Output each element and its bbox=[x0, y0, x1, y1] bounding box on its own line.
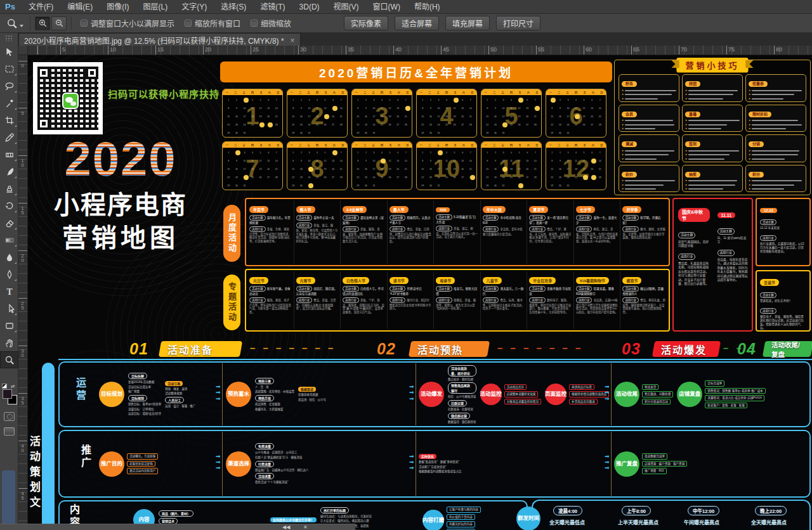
svg-text:T: T bbox=[6, 287, 12, 296]
mindmap-node: 页面监控 bbox=[545, 384, 566, 405]
send-time-note: 全天曝光最低点 bbox=[549, 519, 585, 526]
marquee-tool[interactable] bbox=[0, 60, 18, 77]
move-tool[interactable] bbox=[0, 43, 18, 60]
document-canvas[interactable]: 扫码可以获得小程序扶持 2020 小程序电商 营销地图 2020营销日历&全年营… bbox=[28, 55, 812, 530]
send-times-box: 凌晨4:00全天曝光最低点上午8:00上半天曝光最高点中午12:00午间曝光最高… bbox=[532, 500, 811, 530]
tip-card: 分销➤➤➤ bbox=[745, 134, 806, 162]
flow-arrows-icon: ⇒⇒⇒ bbox=[216, 454, 221, 472]
options-button[interactable]: 填充屏幕 bbox=[445, 16, 490, 30]
photosh​op-logo: Ps bbox=[0, 2, 22, 11]
crop-tool[interactable] bbox=[0, 112, 18, 129]
tip-card: 秒杀➤➤➤ bbox=[619, 74, 679, 102]
bullet-arrow-icon: ➤ bbox=[685, 153, 687, 156]
highlight-date-dot bbox=[502, 167, 508, 172]
magic-wand-tool[interactable] bbox=[0, 94, 18, 112]
menu-帮助[interactable]: 帮助(H) bbox=[407, 0, 447, 14]
tip-label: 限时折扣 bbox=[749, 112, 771, 117]
screen-mode-button[interactable] bbox=[4, 427, 15, 436]
bullet-arrow-icon: ➤ bbox=[685, 132, 687, 132]
swap-colors-icon[interactable]: ⇄ bbox=[11, 384, 15, 389]
industry-tag: 适用行业 bbox=[760, 235, 776, 241]
tip-label: 拼团 bbox=[685, 81, 700, 87]
option-checkbox[interactable]: 细微缩放 bbox=[251, 18, 291, 29]
move-icon bbox=[4, 47, 15, 57]
bullet-arrow-icon: ➤ bbox=[622, 89, 624, 92]
zoom-tool-preset[interactable] bbox=[0, 18, 26, 29]
event-industry: 全品类、电商年度狂欢节，通过多类玩法的预热蓄水及爆发，同时为年末大促蓄力，预热期… bbox=[717, 258, 749, 283]
mindmap-cell-promo3: 实时优化数据“渠道优化” · 数据“素材优化”活动期“广告投放优化”根据数据及时… bbox=[419, 432, 609, 495]
menu-3D[interactable]: 3D(D) bbox=[292, 0, 327, 14]
shape-tool[interactable] bbox=[0, 317, 18, 334]
options-button[interactable]: 打印尺寸 bbox=[496, 16, 540, 30]
tips-title: 营销小技巧 bbox=[676, 58, 748, 72]
blur-tool[interactable] bbox=[0, 249, 18, 266]
event-card: 情人节活动主题 爱你不止这一天适用行业 美妆、珠宝、服饰、家居、鲜花等，可设置情… bbox=[294, 200, 341, 264]
calendar-month-6: 一二三四五六日612345678910111213141516171819202… bbox=[546, 89, 606, 138]
gradient-tool[interactable] bbox=[0, 231, 18, 249]
mindmap-node: 目标规划 bbox=[99, 382, 124, 407]
default-colors-icon[interactable] bbox=[2, 384, 7, 389]
send-time: 中午12:00 bbox=[688, 506, 719, 515]
tip-label: 直播 bbox=[685, 112, 700, 117]
event-card: 520活动主题 5.20我最美“告”白大作战适用行业 美妆、珠宝、鲜花、定制礼品… bbox=[434, 200, 481, 264]
clone-stamp-tool[interactable] bbox=[0, 180, 18, 197]
phase-number: 01 bbox=[129, 340, 148, 358]
options-button[interactable]: 适合屏幕 bbox=[395, 16, 439, 30]
type-tool[interactable]: T bbox=[0, 283, 18, 300]
pen-tool[interactable] bbox=[0, 266, 18, 283]
eraser-tool[interactable] bbox=[0, 214, 18, 231]
patch-tool[interactable] bbox=[0, 146, 18, 163]
event-title: 国庆&中秋节 bbox=[678, 208, 710, 222]
mindmap-pill: 微信群运营 bbox=[448, 413, 470, 419]
zoom-out-button[interactable] bbox=[51, 16, 67, 30]
phase-header-band: 01活动准备02活动预热03活动爆发04活动收尾/复盘– – – – – – –… bbox=[28, 340, 812, 359]
menu-图层[interactable]: 图层(L) bbox=[136, 0, 175, 14]
send-time-note: 上半天曝光最高点 bbox=[618, 519, 658, 526]
rewind-icon[interactable]: ◀◀ bbox=[282, 524, 290, 530]
mindmap-cell-ops4: 活动收尾物流发货售后跟进、问题处理积分兑现返场活动店铺复盘目标完成率销售情况：销… bbox=[614, 364, 808, 425]
quick-mask-button[interactable] bbox=[4, 412, 15, 421]
document-tab[interactable]: 2020小程序电商营销地图.jpg @ 12.5% (扫码可以获得小程序扶持, … bbox=[18, 33, 301, 46]
tab-close-icon[interactable]: × bbox=[291, 36, 295, 45]
menu-窗口[interactable]: 窗口(W) bbox=[366, 0, 407, 14]
zoom-in-button[interactable] bbox=[35, 16, 50, 30]
panel-grip[interactable] bbox=[5, 35, 13, 41]
flow-arrows-icon: ⇒⇒⇒ bbox=[216, 384, 221, 402]
foreground-color-swatch[interactable] bbox=[3, 389, 12, 399]
event-title: 毕业狂欢季 bbox=[529, 277, 556, 284]
menu-文字[interactable]: 文字(Y) bbox=[174, 0, 214, 14]
close-icon[interactable]: ✕ bbox=[303, 524, 308, 530]
flow-arrows-icon: ⇒⇒⇒ bbox=[409, 384, 414, 402]
lasso-tool[interactable] bbox=[0, 77, 18, 94]
event-title: 520 bbox=[436, 207, 450, 212]
eyedropper-tool[interactable] bbox=[0, 129, 18, 146]
mindmap-cell-promo4: 推广复盘渠道数据完成率店铺资源 · 媒介资源 · 客户资源推广预算 · ROI bbox=[614, 432, 808, 495]
monthly-activities-box: 年货节活动主题 迎年献大礼，年货换新潮适用行业 美妆、生鲜、家居百货等，结合年初… bbox=[245, 198, 670, 266]
path-select-tool[interactable] bbox=[0, 300, 18, 317]
zoom-tool[interactable] bbox=[0, 351, 18, 368]
bullet-arrow-icon: ➤ bbox=[622, 150, 624, 152]
crop-icon bbox=[4, 115, 15, 126]
hand-tool[interactable] bbox=[0, 334, 18, 351]
menu-图像[interactable]: 图像(I) bbox=[100, 0, 136, 14]
pen-icon bbox=[4, 269, 15, 280]
checkbox-icon bbox=[251, 20, 258, 27]
mindmap-cell-ops3: 活动爆发活动全面放量，提升转化整点秒杀 · 限时包邮预售商品尾款催付短信 · 公… bbox=[419, 364, 609, 425]
brush-tool[interactable] bbox=[0, 163, 18, 180]
option-checkbox[interactable]: 缩放所有窗口 bbox=[185, 18, 240, 29]
menu-编辑[interactable]: 编辑(E) bbox=[60, 0, 100, 14]
phase-flag: 活动预热 bbox=[409, 341, 490, 357]
option-checkbox[interactable]: 调整窗口大小以满屏显示 bbox=[81, 18, 174, 29]
history-brush-tool[interactable] bbox=[0, 197, 18, 214]
mindmap-pill: 如何提高公众号图文打开率！ bbox=[270, 517, 317, 522]
menu-视图[interactable]: 视图(V) bbox=[327, 0, 366, 14]
big-events-box: 国庆&中秋节 活动主题 欢度气爽迎国庆，花好月圆度中秋 适用行业 食品类、礼盒装… bbox=[672, 198, 753, 332]
tip-card: 满减➤➤➤ bbox=[619, 134, 679, 162]
mindmap-pill: 高打开率的标题 bbox=[320, 507, 349, 514]
industry-tag: 适用行业 bbox=[717, 250, 735, 256]
menu-选择[interactable]: 选择(S) bbox=[214, 0, 253, 14]
options-button[interactable]: 实际像素 bbox=[344, 16, 388, 30]
menu-文件[interactable]: 文件(F) bbox=[22, 0, 60, 14]
menu-滤镜[interactable]: 滤镜(T) bbox=[253, 0, 292, 14]
phase-flag: 活动收尾/复盘 bbox=[763, 341, 812, 357]
